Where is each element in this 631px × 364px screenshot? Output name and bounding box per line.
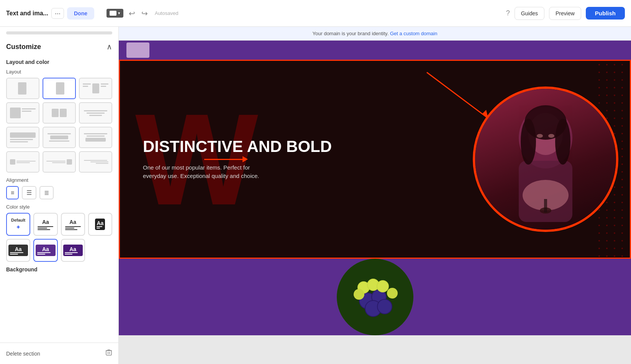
guides-button[interactable]: Guides — [515, 7, 544, 20]
hero-circle-image — [473, 87, 618, 232]
svg-point-11 — [548, 134, 554, 138]
swatch-aa-3: Aa — [97, 220, 103, 226]
swatch-default-label: Default — [11, 218, 25, 222]
align-left-button[interactable]: ≡ — [6, 186, 19, 199]
color-swatch-purple2[interactable]: Aa — [61, 239, 85, 262]
preview-button[interactable]: Preview — [549, 7, 581, 20]
customize-header: Customize ∧ — [6, 36, 112, 56]
alignment-label: Alignment — [6, 177, 112, 183]
color-swatch-default[interactable]: Default ✦ — [6, 213, 30, 236]
domain-bar: Your domain is your brand identity. Get … — [119, 27, 631, 41]
layout-option-8[interactable] — [43, 127, 76, 148]
layout-option-11[interactable] — [43, 151, 76, 173]
top-bar-left: Text and ima... ··· Done — [6, 7, 94, 20]
delete-icon-button[interactable] — [105, 349, 112, 358]
svg-point-9 — [555, 119, 570, 165]
domain-link[interactable]: Get a custom domain — [390, 31, 438, 36]
svg-point-31 — [377, 281, 388, 292]
alignment-row: ≡ ☰ ≣ — [6, 186, 112, 199]
layout-option-4[interactable] — [6, 102, 39, 124]
color-swatch-dark1[interactable]: Aa — [88, 213, 112, 236]
collapse-button[interactable]: ∧ — [107, 42, 112, 51]
monitor-button[interactable]: ▾ — [107, 9, 123, 18]
svg-point-25 — [378, 300, 392, 313]
color-swatch-light2[interactable]: Aa — [61, 213, 85, 236]
bottom-section — [119, 259, 631, 335]
layout-option-9[interactable] — [79, 127, 112, 148]
swatch-aa-4: Aa — [10, 246, 26, 252]
swatch-aa-1: Aa — [42, 219, 49, 225]
canvas-area: Your domain is your brand identity. Get … — [119, 27, 631, 364]
redo-button[interactable]: ↪ — [139, 7, 150, 20]
autosaved-label: Autosaved — [155, 10, 178, 16]
hero-section[interactable]: W DISTINCTIVE AND BOLD One of our most p… — [119, 60, 631, 259]
hero-title: DISTINCTIVE AND BOLD — [143, 138, 438, 155]
layout-option-2[interactable] — [43, 78, 76, 99]
swatch-aa-2: Aa — [69, 219, 76, 225]
layout-option-3[interactable] — [79, 78, 112, 99]
domain-message: Your domain is your brand identity. — [313, 31, 389, 36]
background-section-label: Background — [6, 266, 112, 273]
layout-option-5[interactable] — [43, 102, 76, 124]
top-bar-right: ? Guides Preview Publish — [506, 7, 625, 20]
chevron-down-icon: ▾ — [118, 11, 120, 16]
layout-option-1[interactable] — [6, 78, 39, 99]
trash-icon — [105, 349, 112, 356]
panel-scroll: Customize ∧ Layout and color Layout — [0, 27, 118, 343]
layout-color-label: Layout and color — [6, 59, 112, 65]
layout-option-10[interactable] — [6, 151, 39, 173]
layout-sub-label: Layout — [6, 69, 112, 75]
color-style-grid: Default ✦ Aa Aa — [6, 213, 112, 262]
fruit-illustration — [337, 259, 413, 335]
undo-button[interactable]: ↩ — [126, 7, 138, 20]
swatch-aa-6: Aa — [65, 246, 81, 252]
layout-option-12[interactable] — [79, 151, 112, 173]
hero-description: One of our most popular items. Perfect f… — [143, 163, 266, 181]
header-image — [126, 42, 149, 58]
svg-point-32 — [354, 289, 364, 300]
hero-content: DISTINCTIVE AND BOLD One of our most pop… — [120, 115, 461, 203]
delete-section-label: Delete section — [6, 351, 40, 357]
purple-header-strip — [119, 41, 631, 60]
main-layout: Customize ∧ Layout and color Layout — [0, 27, 631, 364]
hero-image-area — [461, 75, 630, 243]
layout-grid — [6, 78, 112, 173]
undo-redo-group: ↩ ↪ — [126, 7, 150, 20]
fruit-circle-image — [337, 259, 413, 335]
top-bar-center: ▾ ↩ ↪ Autosaved — [99, 7, 502, 20]
publish-button[interactable]: Publish — [586, 7, 625, 20]
svg-point-8 — [521, 119, 536, 165]
layout-option-6[interactable] — [79, 102, 112, 124]
layout-option-7[interactable] — [6, 127, 39, 148]
monitor-icon — [110, 11, 116, 16]
align-right-button[interactable]: ≣ — [39, 186, 54, 199]
left-panel: Customize ∧ Layout and color Layout — [0, 27, 119, 364]
color-style-label: Color style — [6, 204, 112, 210]
customize-title: Customize — [6, 43, 41, 51]
scroll-indicator — [6, 31, 112, 34]
svg-point-33 — [387, 288, 398, 299]
page-title: Text and ima... — [6, 10, 48, 17]
swatch-aa-5: Aa — [37, 246, 54, 252]
align-center-button[interactable]: ☰ — [22, 186, 36, 199]
hero-circle-inner — [475, 89, 616, 230]
svg-point-10 — [537, 134, 543, 138]
more-button[interactable]: ··· — [51, 8, 64, 19]
top-bar: Text and ima... ··· Done ▾ ↩ ↪ Autosaved… — [0, 0, 631, 27]
hero-person-illustration — [488, 92, 603, 222]
color-swatch-dark-solid[interactable]: Aa — [6, 239, 30, 262]
svg-rect-14 — [544, 199, 547, 212]
svg-rect-0 — [106, 351, 111, 355]
color-swatch-purple1[interactable]: Aa — [33, 239, 57, 262]
delete-section: Delete section — [0, 343, 118, 364]
done-button[interactable]: Done — [67, 7, 94, 20]
help-button[interactable]: ? — [506, 9, 510, 17]
color-swatch-light1[interactable]: Aa — [33, 213, 57, 236]
default-star-icon: ✦ — [16, 224, 21, 231]
